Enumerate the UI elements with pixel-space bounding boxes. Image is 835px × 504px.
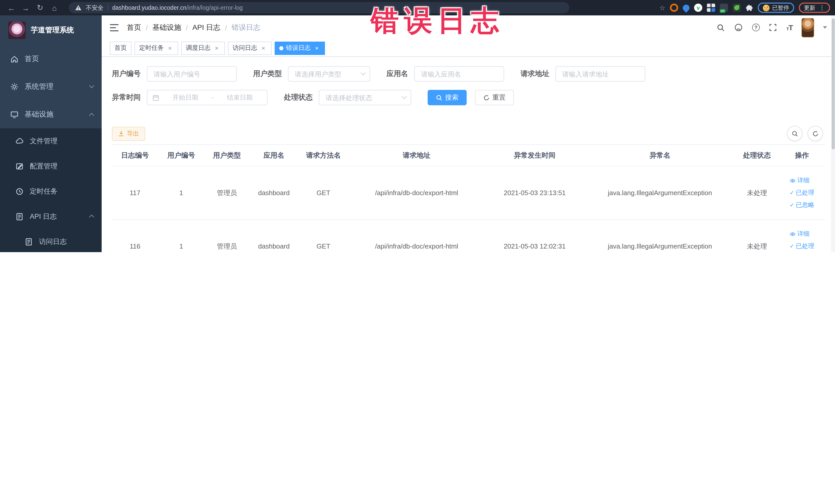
sidebar-item-infra[interactable]: 基础设施 xyxy=(0,101,102,128)
tab-job[interactable]: 定时任务× xyxy=(135,41,178,55)
process-status-select[interactable] xyxy=(319,90,411,105)
font-size-icon[interactable] xyxy=(787,23,793,32)
start-date-placeholder[interactable]: 开始日期 xyxy=(163,93,207,102)
extension-on-badge-icon[interactable]: on xyxy=(720,4,728,12)
reload-icon[interactable]: ↻ xyxy=(34,2,46,14)
chevron-up-icon xyxy=(89,113,94,118)
table-toolbar: 导出 xyxy=(112,126,825,141)
close-icon[interactable]: × xyxy=(213,44,220,52)
browser-menu-icon[interactable]: ⋮ xyxy=(819,4,825,11)
home-icon[interactable]: ⌂ xyxy=(48,2,61,14)
cell-request-url: /api/infra/db-doc/export-html xyxy=(349,166,485,220)
tab-access-log[interactable]: 访问日志× xyxy=(228,41,271,55)
filter-user-id: 用户编号 xyxy=(112,66,237,82)
bookmark-star-icon[interactable]: ☆ xyxy=(659,4,665,12)
sidebar-item-config[interactable]: 配置管理 xyxy=(0,154,102,179)
close-icon[interactable]: × xyxy=(166,44,174,52)
end-date-placeholder[interactable]: 结束日期 xyxy=(218,93,262,102)
search-button[interactable]: 搜索 xyxy=(428,90,467,105)
breadcrumb-separator: / xyxy=(186,23,188,32)
filter-exception-time: 异常时间 开始日期 - 结束日期 xyxy=(112,90,267,105)
forward-icon[interactable]: → xyxy=(20,2,32,14)
breadcrumb-home[interactable]: 首页 xyxy=(127,23,141,32)
date-range-picker[interactable]: 开始日期 - 结束日期 xyxy=(147,90,267,105)
close-icon[interactable]: × xyxy=(260,44,267,52)
chevron-down-icon xyxy=(89,83,94,88)
sidebar-logo-row[interactable]: 芋道管理系统 xyxy=(0,15,102,45)
extension-blue-drop-icon[interactable] xyxy=(681,3,691,13)
search-icon xyxy=(791,130,798,137)
back-icon[interactable]: ← xyxy=(5,2,18,14)
user-type-select-input[interactable] xyxy=(288,66,370,82)
tab-job-log[interactable]: 调度日志× xyxy=(181,41,225,55)
table-row: 117 1 管理员 dashboard GET /api/infra/db-do… xyxy=(112,166,825,220)
extension-green-v-icon[interactable]: v xyxy=(694,4,702,12)
extension-grid-icon[interactable] xyxy=(707,4,715,12)
cell-method: GET xyxy=(298,220,349,252)
update-chip[interactable]: 更新⋮ xyxy=(799,3,830,13)
detail-link[interactable]: 详细 xyxy=(790,229,810,238)
sidebar-submenu-infra: 文件管理 配置管理 定时任务 API 日志 xyxy=(0,128,102,252)
detail-link[interactable]: 详细 xyxy=(790,176,810,185)
cell-actions: 详细 ✓已处理 ✓已忽略 xyxy=(779,220,825,252)
screen: 错误日志 ← → ↻ ⌂ 不安全 dashboard.yudao.iocoder… xyxy=(0,0,835,252)
table-row: 116 1 管理员 dashboard GET /api/infra/db-do… xyxy=(112,220,825,252)
user-id-input[interactable] xyxy=(147,66,237,82)
scrollbar-thumb[interactable] xyxy=(832,19,835,149)
search-icon[interactable] xyxy=(716,23,726,32)
hamburger-icon[interactable] xyxy=(110,24,119,31)
avatar[interactable] xyxy=(801,18,814,37)
filter-label: 用户类型 xyxy=(253,69,282,79)
sidebar-item-access-log[interactable]: 访问日志 xyxy=(0,229,102,252)
sidebar-item-file[interactable]: 文件管理 xyxy=(0,128,102,154)
help-icon[interactable] xyxy=(752,24,760,31)
sidebar-item-system[interactable]: 系统管理 xyxy=(0,73,102,101)
fullscreen-icon[interactable] xyxy=(769,23,778,32)
log-icon xyxy=(15,212,24,221)
app-name-input[interactable] xyxy=(414,66,504,82)
on-badge: on xyxy=(720,9,725,13)
user-type-select[interactable] xyxy=(288,66,370,82)
tab-home[interactable]: 首页 xyxy=(110,41,131,55)
extension-orange-icon[interactable] xyxy=(670,4,678,12)
cell-request-url: /api/infra/db-doc/export-html xyxy=(349,220,485,252)
tags-view: 首页 定时任务× 调度日志× 访问日志× 错误日志× xyxy=(102,40,835,57)
filter-label: 用户编号 xyxy=(112,69,141,79)
toggle-search-button[interactable] xyxy=(787,126,802,141)
request-url-input[interactable] xyxy=(555,66,645,82)
home-dashboard-icon xyxy=(10,55,19,63)
extensions-puzzle-icon[interactable] xyxy=(746,4,753,12)
export-button-label: 导出 xyxy=(127,129,139,138)
breadcrumb-api-log[interactable]: API 日志 xyxy=(192,23,221,32)
sidebar-item-api-log[interactable]: API 日志 xyxy=(0,204,102,229)
chevron-up-icon xyxy=(89,215,94,220)
download-icon xyxy=(118,130,124,137)
calendar-icon xyxy=(152,94,159,101)
annotation-error-log: 错误日志 xyxy=(371,2,504,40)
ignored-link[interactable]: ✓已忽略 xyxy=(790,201,814,209)
refresh-icon xyxy=(483,94,490,101)
close-icon[interactable]: × xyxy=(313,44,320,52)
tab-label: 定时任务 xyxy=(139,44,164,53)
security-label: 不安全 xyxy=(86,4,103,12)
refresh-table-button[interactable] xyxy=(808,126,823,141)
github-icon[interactable] xyxy=(734,23,744,32)
extension-leaf-icon[interactable] xyxy=(733,4,741,12)
tab-error-log[interactable]: 错误日志× xyxy=(274,41,325,55)
sidebar-item-home[interactable]: 首页 xyxy=(0,45,102,73)
reset-button[interactable]: 重置 xyxy=(475,90,514,105)
scrollbar[interactable] xyxy=(831,15,835,252)
breadcrumb-separator: / xyxy=(225,23,227,32)
profile-paused-chip[interactable]: 已暂停 xyxy=(758,3,794,13)
process-status-select-input[interactable] xyxy=(319,90,411,105)
app-title: 芋道管理系统 xyxy=(31,26,74,35)
not-secure-warning-icon xyxy=(75,5,82,11)
breadcrumb-infra[interactable]: 基础设施 xyxy=(152,23,181,32)
sidebar-item-job[interactable]: 定时任务 xyxy=(0,179,102,204)
check-icon: ✓ xyxy=(790,202,794,208)
user-menu-caret-icon[interactable] xyxy=(823,26,827,31)
processed-link[interactable]: ✓已处理 xyxy=(790,242,814,250)
cell-exception-name: java.lang.IllegalArgumentException xyxy=(585,220,735,252)
export-button[interactable]: 导出 xyxy=(112,126,145,140)
processed-link[interactable]: ✓已处理 xyxy=(790,188,814,197)
